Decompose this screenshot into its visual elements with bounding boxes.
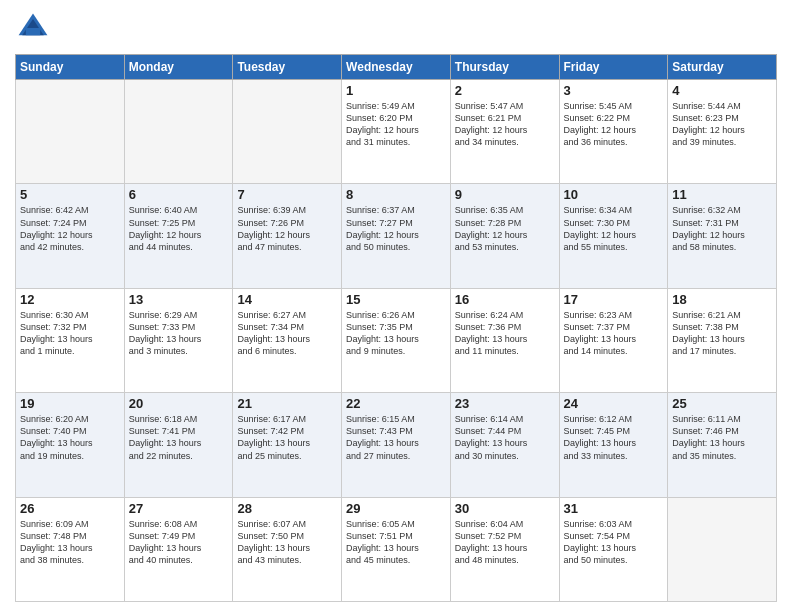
day-cell: 13Sunrise: 6:29 AM Sunset: 7:33 PM Dayli… (124, 288, 233, 392)
week-row-2: 5Sunrise: 6:42 AM Sunset: 7:24 PM Daylig… (16, 184, 777, 288)
day-cell: 3Sunrise: 5:45 AM Sunset: 6:22 PM Daylig… (559, 80, 668, 184)
day-number: 24 (564, 396, 664, 411)
day-cell (233, 80, 342, 184)
day-info: Sunrise: 6:05 AM Sunset: 7:51 PM Dayligh… (346, 518, 446, 567)
weekday-sunday: Sunday (16, 55, 125, 80)
day-cell: 8Sunrise: 6:37 AM Sunset: 7:27 PM Daylig… (342, 184, 451, 288)
day-number: 26 (20, 501, 120, 516)
day-number: 22 (346, 396, 446, 411)
day-info: Sunrise: 6:21 AM Sunset: 7:38 PM Dayligh… (672, 309, 772, 358)
day-number: 9 (455, 187, 555, 202)
day-cell: 22Sunrise: 6:15 AM Sunset: 7:43 PM Dayli… (342, 393, 451, 497)
day-number: 27 (129, 501, 229, 516)
day-info: Sunrise: 6:03 AM Sunset: 7:54 PM Dayligh… (564, 518, 664, 567)
week-row-1: 1Sunrise: 5:49 AM Sunset: 6:20 PM Daylig… (16, 80, 777, 184)
day-cell: 29Sunrise: 6:05 AM Sunset: 7:51 PM Dayli… (342, 497, 451, 601)
day-cell: 20Sunrise: 6:18 AM Sunset: 7:41 PM Dayli… (124, 393, 233, 497)
weekday-thursday: Thursday (450, 55, 559, 80)
day-cell: 17Sunrise: 6:23 AM Sunset: 7:37 PM Dayli… (559, 288, 668, 392)
day-info: Sunrise: 6:30 AM Sunset: 7:32 PM Dayligh… (20, 309, 120, 358)
weekday-header-row: SundayMondayTuesdayWednesdayThursdayFrid… (16, 55, 777, 80)
day-number: 14 (237, 292, 337, 307)
day-number: 2 (455, 83, 555, 98)
day-info: Sunrise: 6:04 AM Sunset: 7:52 PM Dayligh… (455, 518, 555, 567)
day-number: 6 (129, 187, 229, 202)
day-number: 15 (346, 292, 446, 307)
day-info: Sunrise: 6:37 AM Sunset: 7:27 PM Dayligh… (346, 204, 446, 253)
day-info: Sunrise: 6:15 AM Sunset: 7:43 PM Dayligh… (346, 413, 446, 462)
weekday-monday: Monday (124, 55, 233, 80)
calendar: SundayMondayTuesdayWednesdayThursdayFrid… (15, 54, 777, 602)
day-number: 11 (672, 187, 772, 202)
day-cell: 5Sunrise: 6:42 AM Sunset: 7:24 PM Daylig… (16, 184, 125, 288)
day-info: Sunrise: 6:24 AM Sunset: 7:36 PM Dayligh… (455, 309, 555, 358)
day-cell: 26Sunrise: 6:09 AM Sunset: 7:48 PM Dayli… (16, 497, 125, 601)
page: SundayMondayTuesdayWednesdayThursdayFrid… (0, 0, 792, 612)
day-info: Sunrise: 6:35 AM Sunset: 7:28 PM Dayligh… (455, 204, 555, 253)
day-cell: 27Sunrise: 6:08 AM Sunset: 7:49 PM Dayli… (124, 497, 233, 601)
day-cell: 7Sunrise: 6:39 AM Sunset: 7:26 PM Daylig… (233, 184, 342, 288)
logo (15, 10, 55, 46)
day-number: 7 (237, 187, 337, 202)
day-number: 1 (346, 83, 446, 98)
weekday-saturday: Saturday (668, 55, 777, 80)
day-cell: 19Sunrise: 6:20 AM Sunset: 7:40 PM Dayli… (16, 393, 125, 497)
day-number: 31 (564, 501, 664, 516)
day-cell: 14Sunrise: 6:27 AM Sunset: 7:34 PM Dayli… (233, 288, 342, 392)
day-cell: 24Sunrise: 6:12 AM Sunset: 7:45 PM Dayli… (559, 393, 668, 497)
day-cell: 28Sunrise: 6:07 AM Sunset: 7:50 PM Dayli… (233, 497, 342, 601)
day-info: Sunrise: 6:08 AM Sunset: 7:49 PM Dayligh… (129, 518, 229, 567)
weekday-friday: Friday (559, 55, 668, 80)
day-info: Sunrise: 6:26 AM Sunset: 7:35 PM Dayligh… (346, 309, 446, 358)
day-cell (124, 80, 233, 184)
day-cell: 6Sunrise: 6:40 AM Sunset: 7:25 PM Daylig… (124, 184, 233, 288)
day-number: 13 (129, 292, 229, 307)
day-info: Sunrise: 6:11 AM Sunset: 7:46 PM Dayligh… (672, 413, 772, 462)
day-cell: 2Sunrise: 5:47 AM Sunset: 6:21 PM Daylig… (450, 80, 559, 184)
day-cell: 25Sunrise: 6:11 AM Sunset: 7:46 PM Dayli… (668, 393, 777, 497)
day-info: Sunrise: 5:44 AM Sunset: 6:23 PM Dayligh… (672, 100, 772, 149)
day-info: Sunrise: 6:29 AM Sunset: 7:33 PM Dayligh… (129, 309, 229, 358)
week-row-5: 26Sunrise: 6:09 AM Sunset: 7:48 PM Dayli… (16, 497, 777, 601)
day-info: Sunrise: 6:20 AM Sunset: 7:40 PM Dayligh… (20, 413, 120, 462)
day-cell: 16Sunrise: 6:24 AM Sunset: 7:36 PM Dayli… (450, 288, 559, 392)
day-info: Sunrise: 5:47 AM Sunset: 6:21 PM Dayligh… (455, 100, 555, 149)
day-cell: 31Sunrise: 6:03 AM Sunset: 7:54 PM Dayli… (559, 497, 668, 601)
day-number: 29 (346, 501, 446, 516)
day-number: 4 (672, 83, 772, 98)
weekday-tuesday: Tuesday (233, 55, 342, 80)
day-cell: 4Sunrise: 5:44 AM Sunset: 6:23 PM Daylig… (668, 80, 777, 184)
day-number: 10 (564, 187, 664, 202)
day-number: 8 (346, 187, 446, 202)
day-info: Sunrise: 6:09 AM Sunset: 7:48 PM Dayligh… (20, 518, 120, 567)
day-info: Sunrise: 6:23 AM Sunset: 7:37 PM Dayligh… (564, 309, 664, 358)
day-info: Sunrise: 6:14 AM Sunset: 7:44 PM Dayligh… (455, 413, 555, 462)
day-number: 18 (672, 292, 772, 307)
day-info: Sunrise: 5:49 AM Sunset: 6:20 PM Dayligh… (346, 100, 446, 149)
day-info: Sunrise: 6:42 AM Sunset: 7:24 PM Dayligh… (20, 204, 120, 253)
day-info: Sunrise: 5:45 AM Sunset: 6:22 PM Dayligh… (564, 100, 664, 149)
day-cell: 15Sunrise: 6:26 AM Sunset: 7:35 PM Dayli… (342, 288, 451, 392)
day-info: Sunrise: 6:39 AM Sunset: 7:26 PM Dayligh… (237, 204, 337, 253)
day-number: 3 (564, 83, 664, 98)
day-info: Sunrise: 6:32 AM Sunset: 7:31 PM Dayligh… (672, 204, 772, 253)
day-cell (668, 497, 777, 601)
day-number: 17 (564, 292, 664, 307)
svg-rect-2 (26, 28, 40, 35)
week-row-3: 12Sunrise: 6:30 AM Sunset: 7:32 PM Dayli… (16, 288, 777, 392)
logo-icon (15, 10, 51, 46)
day-cell: 18Sunrise: 6:21 AM Sunset: 7:38 PM Dayli… (668, 288, 777, 392)
week-row-4: 19Sunrise: 6:20 AM Sunset: 7:40 PM Dayli… (16, 393, 777, 497)
weekday-wednesday: Wednesday (342, 55, 451, 80)
day-info: Sunrise: 6:07 AM Sunset: 7:50 PM Dayligh… (237, 518, 337, 567)
day-info: Sunrise: 6:12 AM Sunset: 7:45 PM Dayligh… (564, 413, 664, 462)
day-number: 28 (237, 501, 337, 516)
day-number: 19 (20, 396, 120, 411)
day-cell: 23Sunrise: 6:14 AM Sunset: 7:44 PM Dayli… (450, 393, 559, 497)
day-number: 30 (455, 501, 555, 516)
day-cell: 11Sunrise: 6:32 AM Sunset: 7:31 PM Dayli… (668, 184, 777, 288)
day-number: 25 (672, 396, 772, 411)
day-info: Sunrise: 6:34 AM Sunset: 7:30 PM Dayligh… (564, 204, 664, 253)
day-info: Sunrise: 6:18 AM Sunset: 7:41 PM Dayligh… (129, 413, 229, 462)
day-cell: 12Sunrise: 6:30 AM Sunset: 7:32 PM Dayli… (16, 288, 125, 392)
